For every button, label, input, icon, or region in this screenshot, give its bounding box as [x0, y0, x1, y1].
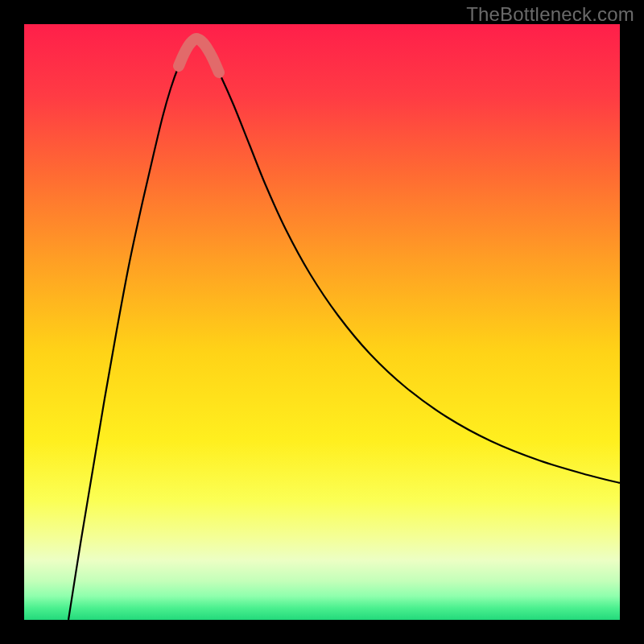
chart-svg — [24, 24, 620, 620]
highlight-segment — [179, 39, 219, 72]
bottleneck-curve — [68, 39, 620, 620]
watermark-text: TheBottleneck.com — [466, 3, 634, 26]
plot-frame — [24, 24, 620, 620]
